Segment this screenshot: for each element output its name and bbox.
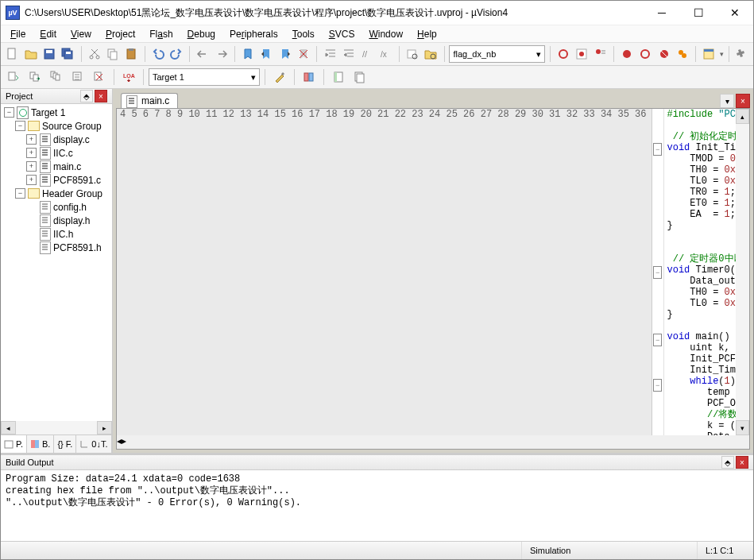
svg-point-22 xyxy=(641,50,649,58)
breakpoint-list-button[interactable] xyxy=(593,44,609,64)
tree-file[interactable]: +main.c xyxy=(1,160,112,173)
menu-item[interactable]: Project xyxy=(99,27,141,41)
tree-target[interactable]: −Target 1 xyxy=(1,106,112,119)
project-title: Project ⬘ × xyxy=(1,89,112,104)
translate-button[interactable] xyxy=(4,68,23,87)
clear-bookmarks-button[interactable] xyxy=(296,44,311,64)
tree-file[interactable]: +IIC.c xyxy=(1,146,112,160)
debug-button[interactable] xyxy=(555,44,571,64)
tree-file[interactable]: config.h xyxy=(1,200,112,214)
menu-item[interactable]: Flash xyxy=(143,27,179,41)
tree-group-header[interactable]: −Header Group xyxy=(1,187,112,200)
kill-all-bp-button[interactable] xyxy=(675,44,690,64)
svg-rect-5 xyxy=(66,52,71,54)
books2-button[interactable] xyxy=(350,68,369,87)
next-bookmark-button[interactable] xyxy=(214,44,230,64)
project-panel: Project ⬘ × −Target 1−Source Group+displ… xyxy=(1,89,113,453)
menu-item[interactable]: View xyxy=(64,27,98,41)
project-tab[interactable]: 0↓T. xyxy=(76,435,111,453)
minimize-button[interactable]: ─ xyxy=(644,1,680,25)
code-editor[interactable]: #include "PCF8591.h" // 初始化定时器零void Init… xyxy=(664,109,736,435)
save-button[interactable] xyxy=(41,44,57,64)
tree-file[interactable]: +display.c xyxy=(1,133,112,146)
menu-item[interactable]: Debug xyxy=(181,27,222,41)
fold-gutter[interactable]: −−−− xyxy=(652,109,664,435)
project-tab[interactable]: B. xyxy=(27,435,54,453)
find-button[interactable] xyxy=(404,44,420,64)
svg-rect-38 xyxy=(309,73,313,81)
menu-item[interactable]: Help xyxy=(411,27,443,41)
paste-button[interactable] xyxy=(123,44,139,64)
tree-file[interactable]: display.h xyxy=(1,214,112,227)
close-button[interactable]: ✕ xyxy=(717,1,753,25)
menu-item[interactable]: Window xyxy=(362,27,409,41)
options-button[interactable] xyxy=(270,68,289,87)
manage-button[interactable] xyxy=(300,68,319,87)
build-pin-button[interactable]: ⬘ xyxy=(721,456,734,469)
project-tree[interactable]: −Target 1−Source Group+display.c+IIC.c+m… xyxy=(1,104,112,421)
menu-item[interactable]: Edit xyxy=(33,27,63,41)
prev-bookmark-button[interactable] xyxy=(195,44,211,64)
tree-file[interactable]: IIC.h xyxy=(1,227,112,241)
batch-build-button[interactable] xyxy=(68,68,87,87)
find-in-files-button[interactable] xyxy=(423,44,439,64)
stop-build-button[interactable] xyxy=(90,68,109,87)
copy-button[interactable] xyxy=(105,44,121,64)
editor-tab-main[interactable]: main.c xyxy=(121,93,178,108)
build-close-button[interactable]: × xyxy=(736,456,748,469)
target-select[interactable]: Target 1▾ xyxy=(149,68,260,86)
svg-rect-9 xyxy=(110,52,117,60)
editor-tabstrip: main.c ▾ × xyxy=(113,89,753,108)
enable-bp-button[interactable] xyxy=(619,44,635,64)
panel-close-button[interactable]: × xyxy=(95,90,107,102)
project-tab[interactable]: P. xyxy=(1,435,27,453)
bookmark-button[interactable] xyxy=(240,44,256,64)
undo-button[interactable] xyxy=(150,44,166,64)
disable-bp-button[interactable] xyxy=(637,44,653,64)
editor-hscroll[interactable]: ◂▸ xyxy=(117,435,749,449)
menu-item[interactable]: Peripherals xyxy=(223,27,284,41)
unindent-button[interactable] xyxy=(341,44,357,64)
titlebar: µV C:\Users\USER\Desktop\51黑论坛_数字电压表设计\数… xyxy=(1,1,753,25)
svg-rect-43 xyxy=(5,441,13,448)
tab-dropdown-button[interactable]: ▾ xyxy=(720,94,734,108)
build-output-text[interactable]: Program Size: data=24.1 xdata=0 code=163… xyxy=(1,470,753,541)
tree-group-source[interactable]: −Source Group xyxy=(1,119,112,133)
comment-button[interactable]: // xyxy=(359,44,375,64)
indent-button[interactable] xyxy=(322,44,338,64)
rebuild-button[interactable] xyxy=(47,68,66,87)
svg-rect-11 xyxy=(129,48,133,51)
menu-item[interactable]: SVCS xyxy=(323,27,362,41)
menu-item[interactable]: Tools xyxy=(286,27,321,41)
tab-close-button[interactable]: × xyxy=(736,94,750,108)
project-hscroll[interactable]: ◂▸ xyxy=(1,421,112,434)
svg-text:/x: /x xyxy=(381,50,387,59)
save-all-button[interactable] xyxy=(60,44,75,64)
maximize-button[interactable]: ☐ xyxy=(680,1,717,25)
bookmark-next-button[interactable] xyxy=(277,44,293,64)
configure-button[interactable] xyxy=(734,44,750,64)
tree-file[interactable]: +PCF8591.c xyxy=(1,173,112,187)
build-output-panel: Build Output ⬘ × Program Size: data=24.1… xyxy=(1,453,753,541)
window-button[interactable] xyxy=(701,44,717,64)
kill-bp-button[interactable] xyxy=(656,44,672,64)
uncomment-button[interactable]: /x xyxy=(378,44,394,64)
svg-rect-40 xyxy=(334,72,337,82)
breakpoint-button[interactable] xyxy=(574,44,590,64)
build-button[interactable] xyxy=(25,68,44,87)
editor-vscroll[interactable]: ▴▾ xyxy=(736,109,749,435)
menu-item[interactable]: File xyxy=(4,27,32,41)
bookmark-prev-button[interactable] xyxy=(258,44,274,64)
download-button[interactable]: LOAD xyxy=(119,68,138,87)
panel-pin-button[interactable]: ⬘ xyxy=(80,90,93,102)
tree-file[interactable]: PCF8591.h xyxy=(1,241,112,254)
books-button[interactable] xyxy=(329,68,348,87)
new-file-button[interactable] xyxy=(4,44,20,64)
redo-button[interactable] xyxy=(168,44,184,64)
cut-button[interactable] xyxy=(86,44,102,64)
find-combo[interactable]: flag_dx_nb▾ xyxy=(449,45,544,63)
project-tab[interactable]: {} F. xyxy=(54,435,76,453)
svg-rect-27 xyxy=(704,49,713,52)
file-c-icon xyxy=(126,95,137,106)
open-file-button[interactable] xyxy=(22,44,38,64)
